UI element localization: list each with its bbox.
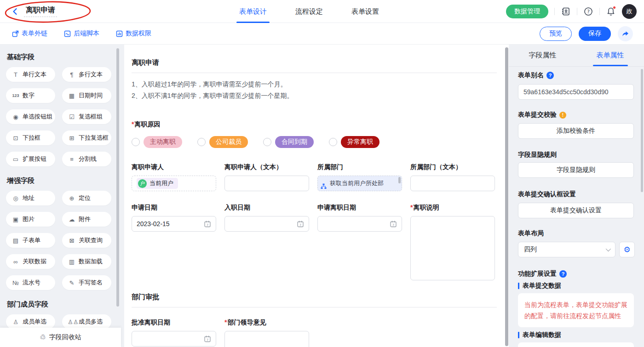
tab-field-properties[interactable]: 字段属性	[509, 45, 576, 66]
number-icon: 123	[12, 94, 20, 98]
form-description[interactable]: 1、入职超过1年的同学，离职申请需至少提前一个月。 2、入职不满1年的同学，离职…	[132, 79, 293, 102]
department-value-box[interactable]: 获取当前用户所处部	[317, 176, 402, 191]
warning-circle-icon[interactable]: !	[559, 112, 566, 119]
radio-group-icon: ◉	[12, 114, 20, 120]
field-type-multi-line-text[interactable]: ¶多行文本	[62, 67, 111, 82]
field-recycle-bin[interactable]: ♲ 字段回收站	[0, 328, 121, 347]
add-check-condition-button[interactable]: 添加校验条件	[518, 123, 634, 139]
form-alias-input[interactable]: 59a6163e34d5cc50cdd30d90	[518, 84, 634, 100]
share-button[interactable]	[618, 26, 633, 41]
field-type-subform[interactable]: ▤子表单	[6, 233, 55, 248]
required-mark: *	[132, 120, 134, 128]
user-avatar[interactable]: 政	[622, 4, 637, 19]
field-approve-date[interactable]: 批准离职日期 7	[132, 319, 216, 347]
radio-circle-icon[interactable]	[263, 138, 271, 146]
field-type-address[interactable]: ◎地址	[6, 191, 55, 205]
tab-form-setting[interactable]: 表单设置	[351, 0, 379, 23]
hire-date-input[interactable]: 7	[224, 216, 309, 232]
field-type-lookup[interactable]: ⊠关联查询	[62, 233, 111, 248]
backend-script-link[interactable]: 后端脚本	[64, 29, 99, 38]
radio-circle-icon[interactable]	[329, 138, 337, 146]
field-leave-note[interactable]: *离职说明	[410, 204, 495, 280]
data-manage-button[interactable]: 数据管理	[506, 5, 548, 18]
form-layout-select[interactable]: 四列	[518, 242, 615, 257]
field-leader-opinion[interactable]: *部门领导意见	[224, 319, 309, 347]
field-applicant-text[interactable]: 离职申请人（文本）	[224, 163, 309, 191]
app-header: 离职申请 表单设计 流程设定 表单设置 数据管理 ? 政	[0, 0, 644, 23]
field-type-data-load[interactable]: ▥数据加载	[62, 254, 111, 269]
field-apply-date[interactable]: 申请日期 2023-02-15 7	[132, 204, 216, 280]
mini-scrollbar	[398, 177, 401, 183]
field-type-datetime[interactable]: ▦日期时间	[62, 88, 111, 103]
field-type-checkbox-group[interactable]: ☑复选框组	[62, 109, 111, 124]
field-type-divider[interactable]: ≡分割线	[62, 152, 111, 166]
field-type-attachment[interactable]: ☁附件	[62, 212, 111, 227]
back-icon[interactable]	[11, 7, 19, 16]
field-type-multi-select[interactable]: ⊞下拉复选框	[62, 131, 111, 145]
leader-opinion-textarea[interactable]	[224, 331, 309, 347]
field-type-member-single[interactable]: ♙成员单选	[6, 314, 55, 329]
subform-icon: ▤	[12, 238, 20, 244]
tab-flow-setting[interactable]: 流程设定	[295, 0, 323, 23]
field-type-location[interactable]: ⊕定位	[62, 191, 111, 205]
form-name-title[interactable]: 离职申请	[24, 6, 57, 17]
radio-option-contract-expire[interactable]: 合同到期	[263, 136, 314, 148]
field-leave-date[interactable]: 申请离职日期 7	[317, 204, 402, 280]
form-canvas[interactable]: 离职申请 1、入职超过1年的同学，离职申请需至少提前一个月。 2、入职不满1年的…	[124, 45, 505, 347]
user-tag-avatar: 户	[138, 179, 147, 188]
help-circle-icon[interactable]: ?	[546, 72, 554, 79]
help-circle-icon[interactable]: ?	[559, 270, 567, 278]
calendar-icon: 7	[390, 220, 397, 228]
field-type-member-multi[interactable]: ♙♙成员多选	[62, 314, 111, 329]
leave-date-input[interactable]: 7	[317, 216, 402, 232]
data-permission-link[interactable]: 数据权限	[116, 29, 151, 38]
canvas-form-title[interactable]: 离职申请	[132, 58, 497, 73]
layout-settings-button[interactable]: ⚙	[619, 242, 635, 257]
edit-data-box	[518, 342, 634, 347]
field-type-single-line-text[interactable]: T单行文本	[6, 67, 55, 82]
radio-option-voluntary[interactable]: 主动离职	[132, 136, 182, 148]
field-applicant[interactable]: 离职申请人 户 当前用户	[132, 163, 216, 191]
field-type-image[interactable]: ▣图片	[6, 212, 55, 227]
canvas-scrollbar[interactable]	[505, 47, 508, 346]
applicant-text-input[interactable]	[224, 176, 309, 191]
visibility-rules-button[interactable]: 字段显隐规则	[518, 162, 634, 178]
sidebar-scrollbar[interactable]	[116, 48, 119, 307]
extend-button-icon: ▭	[12, 156, 20, 162]
radio-circle-icon[interactable]	[132, 138, 140, 146]
panel-scrollbar[interactable]	[641, 69, 643, 192]
field-type-number[interactable]: 123数字	[6, 88, 55, 103]
save-button[interactable]: 保存	[579, 27, 611, 41]
applicant-value-box[interactable]: 户 当前用户	[132, 176, 216, 191]
preview-button[interactable]: 预览	[540, 27, 572, 41]
field-type-select[interactable]: ⊡下拉框	[6, 131, 55, 145]
approve-date-input[interactable]: 7	[132, 331, 216, 347]
field-type-extend-button[interactable]: ▭扩展按钮	[6, 152, 55, 166]
tab-form-design[interactable]: 表单设计	[239, 0, 267, 23]
required-mark: *	[410, 204, 413, 211]
leave-note-textarea[interactable]	[410, 216, 495, 280]
svg-text:?: ?	[587, 9, 590, 14]
field-department[interactable]: 所属部门 获取当前用户所处部	[317, 163, 402, 191]
radio-option-layoff[interactable]: 公司裁员	[197, 136, 248, 148]
apply-date-input[interactable]: 2023-02-15 7	[132, 216, 216, 232]
field-department-text[interactable]: 所属部门（文本）	[410, 163, 495, 191]
current-user-tag[interactable]: 户 当前用户	[137, 178, 178, 189]
main-tabs: 表单设计 流程设定 表单设置	[239, 0, 379, 23]
submit-confirm-button[interactable]: 表单提交确认设置	[518, 203, 634, 218]
field-type-signature[interactable]: ✎手写签名	[62, 275, 111, 290]
notification-bell-icon[interactable]	[606, 6, 616, 17]
radio-circle-icon[interactable]	[197, 138, 206, 146]
radio-option-abnormal[interactable]: 异常离职	[329, 136, 380, 148]
department-text-input[interactable]	[410, 176, 495, 191]
tab-form-properties[interactable]: 表单属性	[576, 45, 644, 66]
address-book-icon[interactable]	[561, 6, 571, 17]
field-leave-reason[interactable]: *离职原因 主动离职 公司裁员 合同到期 异常离职	[132, 120, 380, 148]
section-title-dept-approval[interactable]: 部门审批	[132, 293, 497, 307]
field-type-radio-group[interactable]: ◉单选按钮组	[6, 109, 55, 124]
field-hire-date[interactable]: 入职日期 7	[224, 204, 309, 280]
field-type-linked-data[interactable]: ∞关联数据	[6, 254, 55, 269]
field-type-serial-number[interactable]: №流水号	[6, 275, 55, 290]
form-external-link[interactable]: 表单外链	[12, 29, 47, 38]
help-icon[interactable]: ?	[583, 6, 593, 17]
